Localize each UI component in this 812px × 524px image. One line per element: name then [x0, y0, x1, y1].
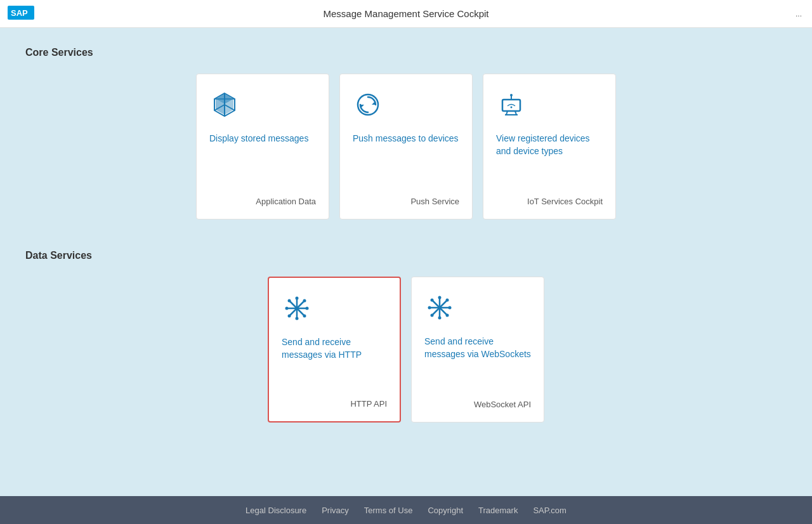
iot-cockpit-subtitle: IoT Services Cockpit: [496, 197, 603, 206]
footer-legal-disclosure[interactable]: Legal Disclosure: [246, 506, 306, 515]
websocket-api-card[interactable]: Send and receive messages via WebSockets…: [411, 277, 544, 422]
push-icon: [353, 89, 383, 120]
svg-text:SAP: SAP: [11, 8, 28, 18]
footer-terms-of-use[interactable]: Terms of Use: [364, 506, 413, 515]
cube-icon: [209, 89, 240, 120]
footer-privacy[interactable]: Privacy: [322, 506, 349, 515]
data-services-title: Data Services: [25, 250, 787, 261]
svg-point-18: [510, 94, 513, 96]
core-services-grid: Display stored messages Application Data…: [25, 74, 787, 219]
push-service-link[interactable]: Push messages to devices: [353, 133, 459, 145]
websocket-api-icon: [424, 292, 455, 323]
http-api-card[interactable]: Send and receive messages via HTTP HTTP …: [268, 277, 401, 422]
svg-point-39: [449, 306, 452, 310]
svg-point-29: [303, 315, 306, 318]
svg-point-42: [446, 299, 449, 302]
iot-icon: [496, 89, 527, 120]
svg-point-24: [296, 297, 299, 300]
app-footer: Legal Disclosure Privacy Terms of Use Co…: [0, 496, 812, 524]
svg-point-37: [438, 317, 442, 320]
core-services-title: Core Services: [25, 47, 787, 58]
http-api-subtitle: HTTP API: [282, 399, 387, 409]
svg-rect-13: [502, 100, 520, 111]
app-header: SAP Message Management Service Cockpit .…: [0, 0, 812, 28]
user-menu[interactable]: ...: [796, 10, 802, 18]
footer-sap-com[interactable]: SAP.com: [533, 506, 566, 515]
svg-point-40: [431, 299, 434, 302]
application-data-card[interactable]: Display stored messages Application Data: [196, 74, 329, 219]
push-service-subtitle: Push Service: [353, 197, 459, 206]
svg-point-30: [303, 299, 306, 303]
push-service-card[interactable]: Push messages to devices Push Service: [339, 74, 473, 219]
svg-point-38: [428, 306, 431, 310]
svg-point-27: [306, 307, 309, 310]
iot-cockpit-link[interactable]: View registered devices and device types: [496, 133, 603, 157]
application-data-subtitle: Application Data: [209, 197, 316, 206]
footer-trademark[interactable]: Trademark: [478, 506, 518, 515]
core-services-section: Core Services: [25, 47, 787, 219]
svg-point-36: [438, 296, 442, 299]
http-api-link[interactable]: Send and receive messages via HTTP: [282, 336, 387, 361]
http-api-icon: [282, 293, 312, 324]
sap-logo[interactable]: SAP: [8, 6, 34, 22]
svg-point-25: [296, 317, 299, 320]
svg-point-31: [288, 315, 291, 318]
application-data-link[interactable]: Display stored messages: [209, 133, 316, 145]
page-title: Message Management Service Cockpit: [324, 8, 489, 19]
svg-point-41: [446, 314, 449, 317]
footer-copyright[interactable]: Copyright: [428, 506, 463, 515]
data-services-section: Data Services: [25, 250, 787, 422]
iot-cockpit-card[interactable]: View registered devices and device types…: [483, 74, 616, 219]
websocket-api-link[interactable]: Send and receive messages via WebSockets: [424, 336, 531, 360]
main-content: Core Services: [0, 28, 812, 496]
svg-point-19: [511, 107, 513, 108]
svg-point-28: [288, 299, 291, 303]
websocket-api-subtitle: WebSocket API: [424, 400, 531, 409]
data-services-grid: Send and receive messages via HTTP HTTP …: [25, 277, 787, 422]
svg-point-26: [285, 307, 289, 310]
svg-point-43: [431, 314, 434, 317]
